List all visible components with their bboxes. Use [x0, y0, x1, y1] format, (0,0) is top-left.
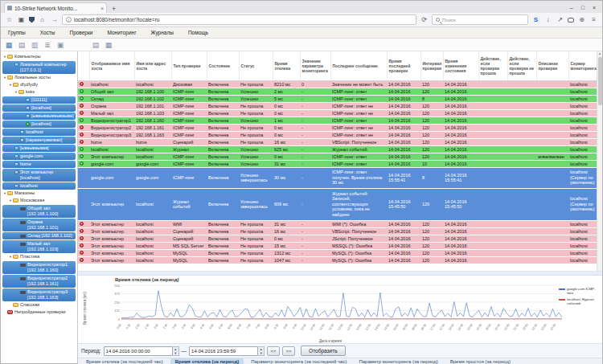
tree-item-11[interactable]: [ываываывав]	[2, 145, 76, 152]
tree-item-18[interactable]: Общий зал [192.168.1.100]	[2, 205, 76, 218]
period-prev-button[interactable]: <<	[267, 346, 280, 356]
bottom-tab-3[interactable]: Параметр мониторинга (за период)	[354, 358, 442, 364]
bottom-tab-0[interactable]: Время отклика (за последний час)	[81, 358, 168, 364]
library-tray-icon[interactable]: ▣	[17, 16, 26, 23]
column-header-7[interactable]: Последнее сообщение	[330, 51, 387, 80]
table-row[interactable]: homehomeСценарийВключенаНе прошла16 мс-V…	[78, 138, 597, 145]
browser-tab[interactable]: 10-Strike Network Monito... ×	[4, 2, 107, 13]
column-header-4[interactable]: Статус	[239, 51, 273, 80]
column-header-6[interactable]: Значение параметра мониторинга	[300, 51, 330, 80]
table-row[interactable]: google.comgoogle.comICMP-пингВключенаУсп…	[78, 160, 597, 167]
grid-toolbar-icon-0[interactable]: ▤	[91, 41, 100, 49]
sidebar-toolbar-icon-4[interactable]: ▣	[55, 41, 65, 49]
column-header-1[interactable]: Имя или адрес хоста	[134, 51, 171, 80]
menu-item-4[interactable]: Журналы	[144, 28, 181, 37]
table-row[interactable]: Этот компьютерlocalhostWMIВключенаНе про…	[78, 220, 597, 227]
table-row[interactable]: Этот компьютерlocalhostСценарийВключенаН…	[78, 227, 597, 235]
new-tab-button[interactable]: +	[107, 5, 121, 13]
tree-item-6[interactable]: [localhost]	[2, 104, 76, 112]
bottom-tab-1[interactable]: Время отклика (за период)	[170, 358, 244, 364]
tree-item-14[interactable]: Этот компьютер [localhost]	[2, 169, 76, 182]
sidebar-toolbar-icon-3[interactable]: ≣	[43, 41, 52, 49]
column-header-10[interactable]: Время изменения состояния	[443, 51, 478, 80]
column-header-12[interactable]: Действие, если проверка не прошла	[507, 51, 536, 80]
globe-icon[interactable]: ⊕	[577, 16, 586, 23]
table-row[interactable]: Этот компьютерlocalhostСценарийВключенаН…	[78, 235, 597, 242]
column-header-2[interactable]: Тип проверки	[171, 51, 207, 80]
sidebar-toolbar-icon-0[interactable]: ▦	[4, 41, 14, 49]
window-minimize-button[interactable]: –	[570, 5, 573, 10]
search-input[interactable]: Поиск	[432, 14, 528, 25]
tree-item-10[interactable]: [параметрвапвап]	[2, 137, 76, 144]
grid-toolbar-icon-1[interactable]: ▦	[104, 41, 113, 49]
period-from-input[interactable]	[104, 346, 173, 356]
column-header-3[interactable]: Состояние	[207, 51, 239, 80]
table-row[interactable]: Общий зал192.168.1.100ICMP-пингВключенаУ…	[78, 88, 597, 95]
menu-item-2[interactable]: Проверки	[62, 28, 100, 37]
downloads-icon[interactable]: ↓	[544, 16, 552, 23]
tree-item-16[interactable]: ▼Магазины	[1, 190, 77, 197]
column-header-13[interactable]: Описание проверки	[536, 51, 568, 80]
table-row[interactable]: Этот компьютерlocalhostMS SQL ServerВклю…	[78, 242, 597, 249]
table-row[interactable]: Этот компьютерlocalhostЖурнал событийВкл…	[78, 188, 597, 220]
column-header-8[interactable]: Время последней проверки	[387, 51, 420, 80]
period-to-input[interactable]	[189, 346, 258, 356]
vertical-scrollbar[interactable]: ▲	[597, 51, 602, 271]
window-maximize-button[interactable]: □	[581, 5, 585, 10]
tree-item-7[interactable]: [ываываываываыва]	[2, 112, 76, 120]
tree-item-0[interactable]: ▼Компьютеры	[1, 53, 77, 60]
period-to-spinner[interactable]: ▲▼	[258, 346, 265, 356]
menu-item-0[interactable]: Группы	[1, 28, 33, 37]
tree-item-19[interactable]: Охрана [192.168.1.101]	[2, 219, 76, 231]
table-row[interactable]: Этот компьютерlocalhostMySQLВключенаНе п…	[78, 256, 597, 264]
tree-item-9[interactable]: localhost	[2, 129, 76, 136]
scrollbar-thumb[interactable]	[598, 57, 602, 105]
send-tab-icon[interactable]: ↗	[556, 16, 564, 23]
tree-item-13[interactable]: home	[2, 161, 76, 168]
site-info-icon[interactable]: i	[66, 17, 72, 22]
bottom-tab-2[interactable]: Параметр мониторинга (за последний час)	[246, 358, 351, 364]
tree-item-23[interactable]: Видеорегистратор1 [192.168.1.160]	[2, 261, 76, 274]
column-header-14[interactable]: Сервер мониторинга	[568, 51, 597, 80]
tree-item-22[interactable]: ▼Пластика	[1, 253, 77, 260]
home-icon[interactable]: ⌂	[38, 16, 47, 23]
reload-icon[interactable]: ⟳	[420, 16, 429, 23]
menu-item-1[interactable]: Хосты	[33, 28, 63, 37]
sidebar-toolbar-icon-1[interactable]: ▤	[17, 41, 27, 49]
tab-close-icon[interactable]: ×	[100, 6, 104, 11]
tracking-shield-icon[interactable]	[29, 17, 35, 23]
table-row[interactable]: google.comgoogle.comICMP-пингВключенаУсп…	[78, 167, 597, 188]
table-row[interactable]: Этот компьютерlocalhostICMP-пингВключена…	[78, 153, 597, 160]
tree-item-24[interactable]: Видеорегистратор2 [192.168.1.161]	[2, 275, 76, 288]
column-header-0[interactable]: Отображаемое имя хоста	[89, 51, 134, 80]
hamburger-menu-icon[interactable]: ≡	[589, 16, 598, 23]
extension-s-icon[interactable]: S	[531, 16, 540, 23]
period-from-spinner[interactable]: ▲▼	[173, 346, 179, 356]
tree-item-2[interactable]: ▼Локальные хосты	[1, 74, 77, 81]
chat-bubble-icon[interactable]	[568, 18, 574, 22]
tree-item-20[interactable]: Склад [192.168.1.102]	[2, 232, 76, 239]
tree-item-12[interactable]: google.com	[2, 153, 76, 160]
table-row[interactable]: Склад192.168.1.102ICMP-пингВключенаУспеш…	[78, 95, 597, 102]
table-row[interactable]: localhostlocalhostДисковаяВключенаНе про…	[78, 80, 597, 88]
table-row[interactable]: Видеорегистратор3192.168.1.163ICMP-пингВ…	[78, 131, 597, 138]
tree-item-1[interactable]: Локальный компьютер [127.0.0.1]	[2, 61, 76, 74]
tree-item-8[interactable]: [localhost]	[2, 121, 76, 128]
column-header-5[interactable]: Время отклика	[273, 51, 300, 80]
bottom-tab-4[interactable]: Время простоя (за период)	[445, 358, 515, 364]
menu-item-5[interactable]: Помощь	[181, 28, 215, 37]
menu-item-3[interactable]: Мониторинг	[100, 28, 143, 37]
window-close-button[interactable]: ×	[593, 5, 596, 10]
tree-item-15[interactable]: localhost	[2, 182, 76, 190]
display-button[interactable]: Отобразить	[301, 346, 345, 356]
tree-item-5[interactable]: [111111]	[2, 96, 76, 104]
sidebar-toolbar-icon-2[interactable]: ▥	[30, 41, 39, 49]
table-row[interactable]: Этот компьютерlocalhostMySQLВключенаНе п…	[78, 249, 597, 256]
tree-item-21[interactable]: Малый зал [192.168.1.103]	[2, 240, 76, 253]
period-next-button[interactable]: >>	[282, 346, 295, 356]
table-row[interactable]: Малый зал192.168.1.103ICMP-пингВключенаН…	[78, 109, 597, 117]
tree-item-27[interactable]: Непройденные проверки	[1, 309, 77, 316]
column-header-9[interactable]: Интервал проверки	[420, 51, 443, 80]
table-row[interactable]: Видеорегистратор2192.168.1.161ICMP-пингВ…	[78, 124, 597, 131]
tree-item-26[interactable]: Спасская	[1, 301, 77, 309]
